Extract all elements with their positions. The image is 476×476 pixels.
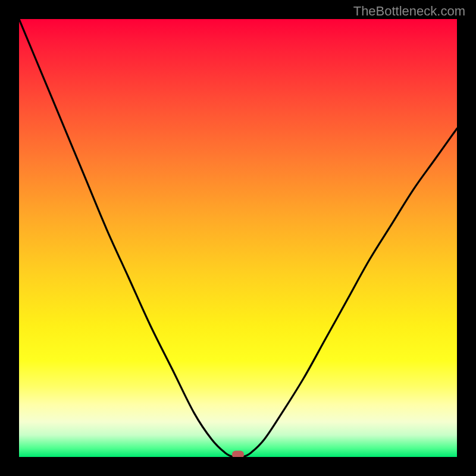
optimal-marker [232,451,244,457]
watermark-text: TheBottleneck.com [353,4,465,19]
bottleneck-curve [19,19,457,457]
plot-area [19,19,457,457]
curve-svg [19,19,457,457]
